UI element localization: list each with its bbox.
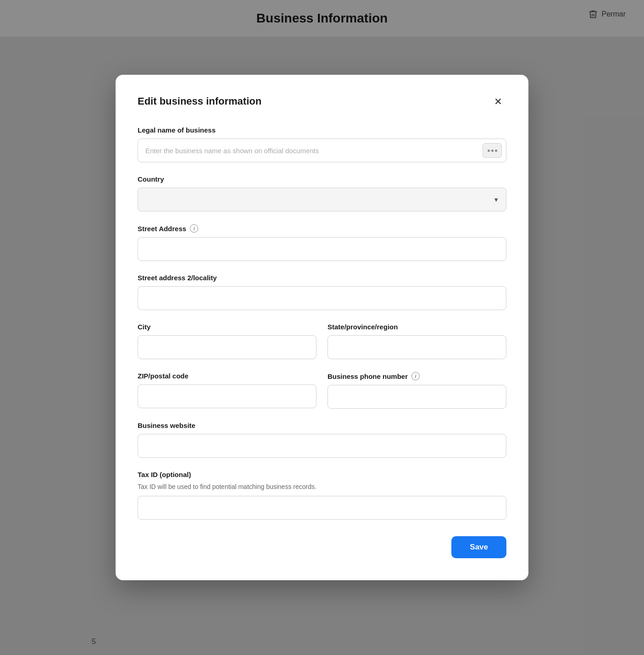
city-input[interactable]	[138, 335, 316, 359]
country-group: Country ▼	[138, 175, 506, 211]
street-address-group: Street Address i	[138, 224, 506, 261]
modal-header: Edit business information	[138, 93, 506, 110]
website-input[interactable]	[138, 434, 506, 458]
city-state-row: City State/province/region	[138, 323, 506, 359]
legal-name-wrapper	[138, 139, 506, 162]
country-label: Country	[138, 175, 506, 183]
phone-label-text: Business phone number	[328, 372, 408, 380]
dot2	[491, 150, 494, 152]
website-label: Business website	[138, 422, 506, 429]
zip-input[interactable]	[138, 384, 316, 408]
street-address2-label: Street address 2/locality	[138, 274, 506, 282]
tax-id-group: Tax ID (optional) Tax ID will be used to…	[138, 471, 506, 520]
street-address-info-icon: i	[190, 224, 198, 233]
dot1	[488, 150, 490, 152]
state-group: State/province/region	[328, 323, 506, 359]
phone-info-icon: i	[411, 372, 420, 380]
street-address-label: Street Address i	[138, 224, 506, 233]
state-label: State/province/region	[328, 323, 506, 331]
state-input[interactable]	[328, 335, 506, 359]
street-address-input[interactable]	[138, 237, 506, 261]
close-icon	[493, 96, 503, 106]
phone-input[interactable]	[328, 385, 506, 409]
phone-group: Business phone number i	[328, 372, 506, 409]
legal-name-group: Legal name of business	[138, 126, 506, 162]
phone-label: Business phone number i	[328, 372, 506, 380]
tax-id-label: Tax ID (optional)	[138, 471, 506, 478]
street-address2-input[interactable]	[138, 286, 506, 310]
zip-group: ZIP/postal code	[138, 372, 316, 409]
country-select[interactable]	[138, 188, 506, 211]
modal: Edit business information Legal name of …	[116, 75, 528, 580]
modal-title: Edit business information	[138, 95, 261, 107]
legal-name-label: Legal name of business	[138, 126, 506, 134]
legal-name-more-button[interactable]	[483, 143, 502, 158]
tax-id-input[interactable]	[138, 496, 506, 520]
legal-name-input[interactable]	[138, 139, 506, 162]
save-button[interactable]: Save	[451, 536, 506, 558]
zip-phone-row: ZIP/postal code Business phone number i	[138, 372, 506, 409]
dot3	[495, 150, 497, 152]
website-group: Business website	[138, 422, 506, 458]
street-address2-group: Street address 2/locality	[138, 274, 506, 310]
modal-overlay: Edit business information Legal name of …	[0, 0, 644, 655]
zip-label: ZIP/postal code	[138, 372, 316, 380]
country-select-wrapper: ▼	[138, 188, 506, 211]
street-address-label-text: Street Address	[138, 225, 186, 233]
city-label: City	[138, 323, 316, 331]
tax-id-description: Tax ID will be used to find potential ma…	[138, 483, 506, 490]
modal-footer: Save	[138, 536, 506, 558]
city-group: City	[138, 323, 316, 359]
close-button[interactable]	[490, 93, 506, 110]
